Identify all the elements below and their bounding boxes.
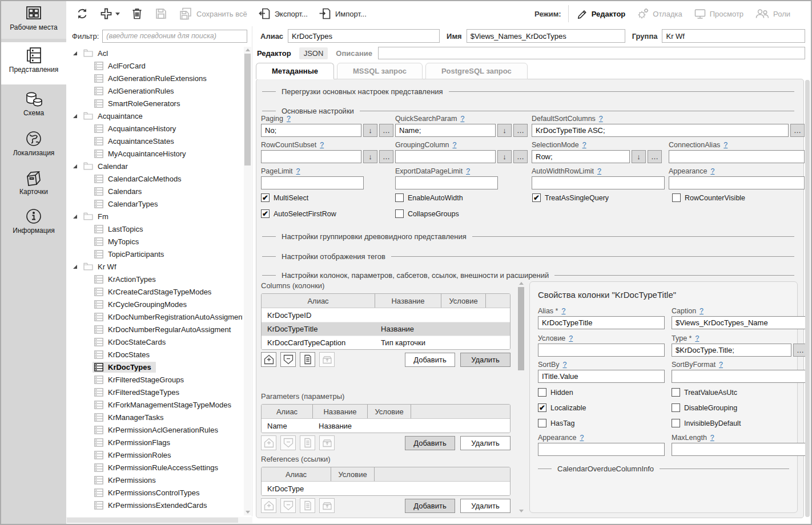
tree-vertical-scrollbar[interactable]: [244, 47, 251, 515]
tree-item[interactable]: KrDocNumberRegularAutoAssigment: [66, 323, 243, 336]
table-row[interactable]: KrDocType: [262, 482, 510, 495]
tree-group[interactable]: Kr Wf: [66, 260, 243, 273]
column-header[interactable]: Условие: [441, 294, 486, 308]
help-link[interactable]: ?: [563, 361, 567, 369]
tree-item[interactable]: SmartRoleGenerators: [66, 97, 243, 110]
checkbox-InvisibleByDefault[interactable]: InvisibleByDefault: [672, 419, 741, 427]
move-up-button[interactable]: [261, 435, 276, 450]
tree-group[interactable]: Acquaintance: [66, 110, 243, 122]
checkbox-CollapseGroups[interactable]: CollapseGroups: [395, 209, 532, 218]
help-link[interactable]: ?: [569, 334, 573, 342]
tree-item[interactable]: KrPermissionsControlTypes: [66, 486, 243, 499]
expander-icon[interactable]: [73, 51, 77, 55]
references-delete-button[interactable]: Удалить: [460, 499, 510, 513]
save-button[interactable]: [154, 7, 168, 21]
copy-button[interactable]: [300, 435, 315, 450]
expander-icon[interactable]: [73, 164, 77, 168]
help-link[interactable]: ?: [599, 115, 603, 123]
checkbox-Hidden[interactable]: Hidden: [538, 388, 586, 397]
appearance-input[interactable]: [669, 176, 805, 189]
help-link[interactable]: ?: [582, 141, 586, 149]
sidebar-item-info[interactable]: Информация: [1, 203, 66, 241]
scroll-down-icon[interactable]: [246, 511, 250, 514]
tree-item[interactable]: Calendars: [66, 185, 243, 197]
filter-input[interactable]: [102, 30, 247, 43]
alias-input[interactable]: [288, 29, 440, 43]
refresh-button[interactable]: [75, 7, 89, 21]
sidebar-item-workplaces[interactable]: Рабочие места: [1, 1, 66, 39]
sidebar-item-views[interactable]: Представления: [1, 42, 66, 84]
name-input[interactable]: [467, 29, 625, 43]
mode-debug[interactable]: Отладка: [637, 8, 682, 19]
sidebar-item-schema[interactable]: Схема: [1, 87, 66, 123]
references-add-button[interactable]: Добавить: [405, 499, 455, 513]
tree-horizontal-scrollbar[interactable]: [66, 517, 252, 523]
tab-metadata[interactable]: Метаданные: [256, 63, 334, 79]
checkbox-RowCounterVisible[interactable]: RowCounterVisible: [672, 193, 792, 202]
parameters-delete-button[interactable]: Удалить: [460, 436, 510, 450]
exportdatapagelimit-input[interactable]: [395, 176, 498, 189]
help-link[interactable]: ?: [466, 167, 470, 175]
scroll-down-icon[interactable]: [519, 510, 524, 512]
sidebar-item-localization[interactable]: Локализация: [1, 126, 66, 163]
help-link[interactable]: ?: [296, 167, 300, 175]
help-link[interactable]: ?: [453, 141, 457, 149]
tree-item[interactable]: KrDocNumberRegistrationAutoAssigment: [66, 310, 243, 323]
move-down-button[interactable]: [280, 498, 296, 513]
colprop-alias-input[interactable]: [538, 316, 665, 329]
checkbox-TreatValueAsUtc[interactable]: TreatValueAsUtc: [672, 388, 741, 397]
colprop-maxlength-input[interactable]: [672, 443, 807, 456]
checkbox-Localizable[interactable]: ✔Localizable: [538, 403, 586, 412]
groupingcolumn-input[interactable]: [395, 150, 496, 163]
tree-item[interactable]: MyTopics: [66, 235, 243, 248]
parameters-add-button[interactable]: Добавить: [405, 436, 455, 450]
expander-icon[interactable]: [73, 114, 77, 118]
columns-add-button[interactable]: Добавить: [405, 353, 455, 367]
move-down-button[interactable]: [280, 435, 296, 450]
tab-mssql[interactable]: MSSQL запрос: [337, 63, 423, 79]
tree-item[interactable]: KrPermissions: [66, 474, 243, 486]
rowcountsubset-input[interactable]: [261, 150, 361, 163]
tree-item[interactable]: LastTopics: [66, 223, 243, 235]
expander-icon[interactable]: [73, 215, 77, 219]
tree-item[interactable]: AcquaintanceHistory: [66, 122, 243, 135]
tree-item[interactable]: KrFilteredStageGroups: [66, 373, 243, 386]
sidebar-item-cards[interactable]: Карточки: [1, 165, 66, 201]
table-row[interactable]: NameНазвание: [262, 419, 510, 433]
scrollbar-thumb[interactable]: [244, 54, 251, 165]
export-button[interactable]: Экспорт...: [258, 7, 308, 21]
quicksearchparam-input[interactable]: [395, 124, 496, 137]
column-header[interactable]: Название: [313, 405, 368, 418]
copy-button[interactable]: [300, 352, 315, 367]
paging-dropdown-button[interactable]: ↓: [363, 124, 377, 137]
tree-item[interactable]: AclGenerationRules: [66, 84, 243, 97]
checkbox-AutoSelectFirstRow[interactable]: ✔AutoSelectFirstRow: [261, 209, 395, 218]
tree-item[interactable]: KrPermissionFlags: [66, 436, 243, 449]
paste-button[interactable]: [319, 498, 335, 513]
move-down-button[interactable]: [280, 352, 296, 367]
tree-item[interactable]: KrCreateCardStageTypeModes: [66, 285, 243, 298]
move-up-button[interactable]: [261, 352, 276, 367]
tree-item[interactable]: KrDocTypes: [66, 361, 243, 373]
columns-delete-button[interactable]: Удалить: [460, 353, 510, 367]
tree-item[interactable]: KrCycleGroupingModes: [66, 298, 243, 310]
column-header[interactable]: Условие: [368, 405, 411, 418]
tree-item[interactable]: KrPermissionRoles: [66, 449, 243, 461]
help-link[interactable]: ?: [287, 115, 291, 123]
mode-preview[interactable]: Просмотр: [694, 8, 743, 19]
tree-item[interactable]: KrDocStateCards: [66, 336, 243, 348]
table-row[interactable]: KrDocCardTypeCaptionТип карточки: [262, 336, 510, 349]
tree-item[interactable]: KrPermissionAclGenerationRules: [66, 423, 243, 436]
tree-item[interactable]: KrManagerTasks: [66, 411, 243, 423]
column-header[interactable]: Алиас: [262, 294, 375, 308]
groupingcolumn-ellipsis-button[interactable]: …: [513, 150, 528, 163]
rowcountsubset-dropdown-button[interactable]: ↓: [363, 150, 377, 163]
tree-item[interactable]: TopicParticipants: [66, 248, 243, 260]
help-link[interactable]: ?: [561, 307, 565, 315]
colprop-condition-input[interactable]: [538, 344, 665, 357]
paste-button[interactable]: [319, 435, 335, 450]
scrollbar-thumb[interactable]: [805, 80, 810, 517]
table-row[interactable]: KrDocTypeTitleНазвание: [262, 322, 510, 336]
scrollbar-thumb[interactable]: [518, 287, 524, 370]
tab-postgresql[interactable]: PostgreSQL запрос: [425, 63, 528, 79]
